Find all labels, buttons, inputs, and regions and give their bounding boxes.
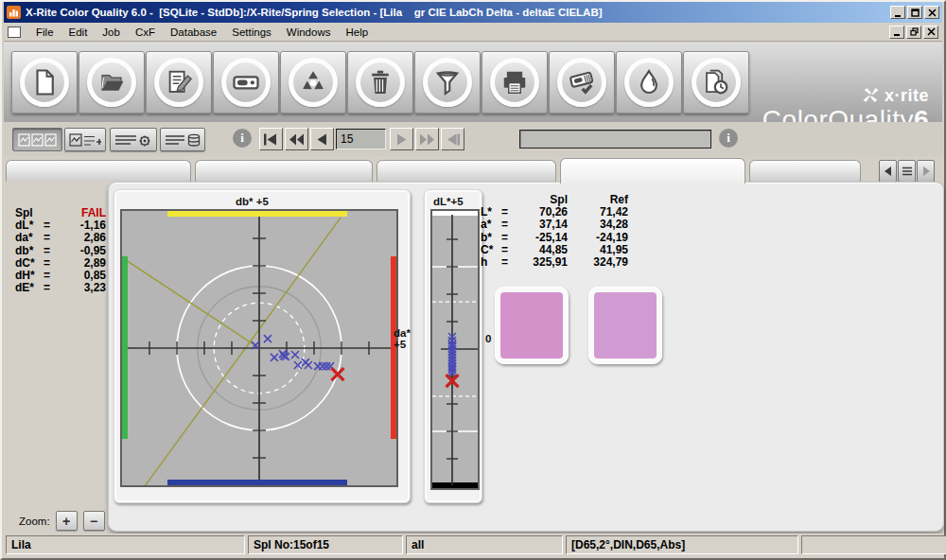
- tab-2[interactable]: [195, 160, 373, 182]
- reference-swatch: [588, 287, 662, 364]
- status-conditions: [D65,2°,DIN,D65,Abs]: [566, 535, 798, 554]
- print-button[interactable]: [482, 51, 548, 114]
- document-window-icon[interactable]: [8, 26, 21, 38]
- lab-row: h=325,91324,79: [481, 256, 628, 269]
- tab-3[interactable]: [377, 160, 556, 182]
- sync-button[interactable]: [280, 51, 346, 114]
- menu-job[interactable]: Job: [95, 25, 128, 40]
- ab-chart-frame: db* +5: [114, 189, 411, 503]
- reference-color-chip: [594, 292, 657, 359]
- child-close-button[interactable]: [923, 26, 938, 39]
- menu-file[interactable]: File: [28, 25, 61, 40]
- device-check-icon: [557, 58, 606, 107]
- title-bar: X-Rite Color Quality 6.0 - [SQLite - Std…: [4, 2, 942, 23]
- ink-button[interactable]: [616, 51, 682, 114]
- instrument-button[interactable]: [213, 51, 279, 114]
- nav-first-button[interactable]: [259, 128, 283, 150]
- child-restore-button[interactable]: [906, 26, 921, 39]
- tab-1[interactable]: [6, 160, 191, 182]
- nav-rewind-button[interactable]: [285, 128, 308, 150]
- menu-settings[interactable]: Settings: [224, 25, 279, 40]
- sample-name-field[interactable]: [519, 130, 711, 149]
- brand-name: x·rite: [885, 87, 929, 104]
- window-title: X-Rite Color Quality 6.0 - [SQLite - Std…: [26, 7, 890, 18]
- new-document-icon: [20, 58, 69, 107]
- lab-row: b*=-25,14-24,19: [481, 232, 628, 244]
- tab-scroll-left-button[interactable]: [879, 160, 897, 183]
- ab-chart-plot: [120, 209, 398, 487]
- main-toolbar: x·rite ColorQuality6: [4, 43, 942, 122]
- nav-forward-button[interactable]: [415, 128, 439, 150]
- spectrophotometer-icon: [221, 58, 271, 107]
- delta-row: da*=2,86: [15, 232, 106, 244]
- delete-button[interactable]: [347, 51, 413, 114]
- zoom-label: Zoom:: [19, 516, 50, 527]
- dl-zero-label: 0: [485, 333, 491, 344]
- document-clock-icon: [692, 58, 741, 107]
- funnel-icon: [423, 58, 472, 107]
- status-bar: Lila Spl No:15of15 all [D65,2°,DIN,D65,A…: [4, 534, 942, 556]
- lab-value-table: SplRef L*=70,2671,42 a*=37,1434,28 b*=-2…: [481, 194, 628, 269]
- list-database-view-button[interactable]: [160, 128, 205, 151]
- tab-5[interactable]: [749, 160, 861, 182]
- trend-list-add-view-button[interactable]: [64, 128, 106, 151]
- job-report-button[interactable]: [683, 51, 749, 114]
- view-toolbar: i 15 i: [4, 122, 942, 156]
- zoom-controls: Zoom: + −: [19, 511, 105, 531]
- info-button[interactable]: i: [233, 129, 252, 148]
- sample-swatch: [495, 287, 569, 364]
- delta-row: dE*=3,23: [15, 282, 106, 294]
- maximize-button[interactable]: [907, 6, 922, 19]
- sample-number-field[interactable]: 15: [336, 129, 386, 149]
- tab-list-button[interactable]: [898, 160, 916, 183]
- sample-info-button[interactable]: i: [719, 129, 738, 148]
- edit-notes-icon: [154, 58, 203, 107]
- zoom-in-button[interactable]: +: [56, 511, 78, 531]
- delta-row: db*=-0,95: [15, 245, 106, 257]
- child-minimize-button[interactable]: [889, 26, 904, 39]
- status-standard-name: Lila: [6, 535, 245, 554]
- nav-last-button[interactable]: [441, 128, 464, 150]
- menu-bar: File Edit Job CxF Database Settings Wind…: [4, 23, 942, 42]
- lab-row: a*=37,1434,28: [481, 219, 628, 231]
- menu-windows[interactable]: Windows: [279, 25, 339, 40]
- xrite-mark-icon: [862, 86, 880, 104]
- nav-next-button[interactable]: [390, 128, 413, 150]
- app-window: X-Rite Color Quality 6.0 - [SQLite - Std…: [0, 0, 946, 560]
- view-tabs: [4, 156, 942, 184]
- status-filter: all: [406, 535, 563, 554]
- dl-chart-frame: dL*+5: [424, 189, 482, 503]
- trash-icon: [356, 58, 405, 107]
- menu-cxf[interactable]: CxF: [128, 25, 163, 40]
- dl-chart-title: dL*+5: [433, 196, 464, 207]
- new-button[interactable]: [11, 51, 78, 114]
- menu-help[interactable]: Help: [338, 25, 376, 40]
- recycle-icon: [289, 58, 338, 107]
- ab-chart-xlabel: da*+5: [394, 327, 411, 350]
- ab-chart-title: db* +5: [236, 196, 269, 207]
- tab-scroll-right-button[interactable]: [917, 160, 935, 183]
- trend-multi-view-button[interactable]: [12, 128, 62, 151]
- printer-icon: [490, 58, 539, 107]
- filter-button[interactable]: [414, 51, 481, 114]
- status-sample-count: Spl No:15of15: [248, 535, 403, 554]
- edit-button[interactable]: [146, 51, 212, 114]
- close-button[interactable]: [924, 6, 939, 19]
- list-settings-view-button[interactable]: [110, 128, 157, 151]
- nav-previous-button[interactable]: [310, 128, 334, 150]
- open-button[interactable]: [79, 51, 145, 114]
- app-icon: [7, 6, 21, 19]
- tab-4-active[interactable]: [560, 158, 745, 184]
- menu-database[interactable]: Database: [163, 25, 224, 40]
- droplet-icon: [624, 58, 674, 107]
- dl-chart-plot: [430, 209, 480, 490]
- open-folder-icon: [87, 58, 136, 107]
- zoom-out-button[interactable]: −: [83, 511, 105, 531]
- status-extra: [801, 535, 946, 554]
- sample-delta-block: SplFAIL dL*=-1,16 da*=2,86 db*=-0,95 dC*…: [15, 207, 106, 294]
- sample-color-chip: [500, 292, 563, 359]
- minimize-button[interactable]: [890, 6, 905, 19]
- menu-edit[interactable]: Edit: [61, 25, 96, 40]
- calibrate-button[interactable]: [549, 51, 615, 114]
